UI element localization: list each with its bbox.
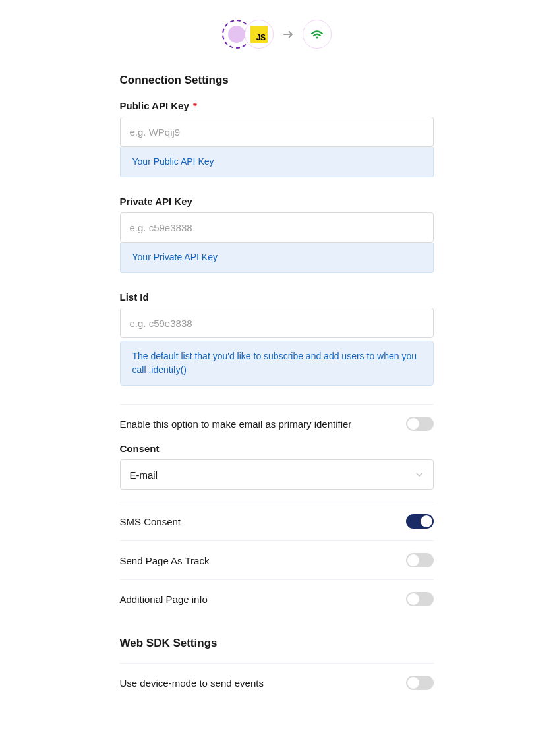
device-mode-label: Use device-mode to send events: [120, 678, 406, 689]
public-api-key-label-text: Public API Key: [120, 100, 189, 111]
email-primary-row: Enable this option to make email as prim…: [120, 405, 434, 443]
arrow-icon: [281, 27, 296, 42]
settings-form: JS Connection Settings Public API Key * …: [120, 16, 434, 702]
additional-page-info-toggle[interactable]: [406, 592, 434, 606]
consent-field: Consent E-mail: [120, 443, 434, 502]
private-api-key-input[interactable]: [120, 212, 434, 243]
required-marker: *: [193, 100, 197, 111]
chevron-down-icon: [416, 473, 422, 477]
svg-point-0: [316, 36, 318, 38]
private-api-key-field: Private API Key Your Private API Key: [120, 196, 434, 273]
source-icon-pair: JS: [222, 18, 275, 50]
sms-consent-toggle[interactable]: [406, 514, 434, 529]
source-js-circle: JS: [245, 20, 274, 49]
public-api-key-hint: Your Public API Key: [120, 147, 434, 177]
sms-consent-row: SMS Consent: [120, 502, 434, 541]
email-primary-toggle[interactable]: [406, 417, 434, 431]
additional-page-info-row: Additional Page info: [120, 580, 434, 618]
connection-graphic: JS: [120, 16, 434, 50]
additional-page-info-label: Additional Page info: [120, 594, 406, 605]
public-api-key-label: Public API Key *: [120, 100, 434, 111]
list-id-field: List Id The default list that you'd like…: [120, 291, 434, 386]
web-sdk-settings-title: Web SDK Settings: [120, 637, 434, 650]
destination-circle: [303, 20, 332, 49]
source-dot-icon: [228, 26, 245, 43]
consent-select-value: E-mail: [130, 469, 158, 480]
device-mode-toggle[interactable]: [406, 676, 434, 690]
private-api-key-label: Private API Key: [120, 196, 434, 207]
device-mode-row: Use device-mode to send events: [120, 664, 434, 702]
public-api-key-input[interactable]: [120, 117, 434, 147]
consent-select[interactable]: E-mail: [120, 459, 434, 490]
wifi-icon: [310, 28, 324, 40]
send-page-as-track-toggle[interactable]: [406, 553, 434, 567]
consent-label: Consent: [120, 443, 434, 454]
list-id-label: List Id: [120, 291, 434, 303]
sms-consent-label: SMS Consent: [120, 516, 406, 527]
email-primary-label: Enable this option to make email as prim…: [120, 419, 406, 430]
send-page-as-track-label: Send Page As Track: [120, 555, 406, 566]
list-id-input[interactable]: [120, 308, 434, 338]
js-icon: JS: [250, 26, 268, 43]
connection-settings-title: Connection Settings: [120, 74, 434, 87]
private-api-key-hint: Your Private API Key: [120, 243, 434, 273]
send-page-as-track-row: Send Page As Track: [120, 541, 434, 580]
public-api-key-field: Public API Key * Your Public API Key: [120, 100, 434, 177]
list-id-hint: The default list that you'd like to subs…: [120, 341, 434, 386]
